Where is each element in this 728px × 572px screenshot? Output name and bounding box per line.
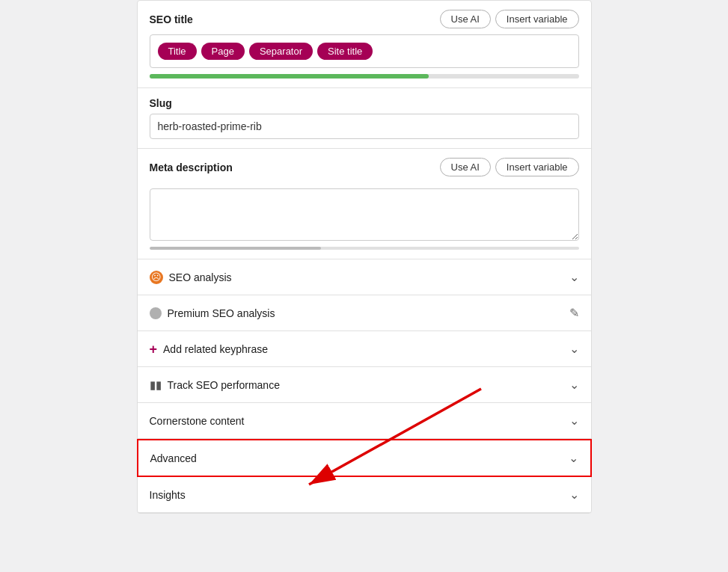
related-keyphrase-left: + Add related keyphrase xyxy=(150,342,269,356)
meta-description-actions: Use AI Insert variable xyxy=(440,158,579,176)
slug-section: Slug xyxy=(138,88,591,149)
advanced-chevron: ⌄ xyxy=(569,451,578,465)
use-ai-button[interactable]: Use AI xyxy=(440,10,491,28)
cornerstone-left: Cornerstone content xyxy=(150,415,245,427)
insights-left: Insights xyxy=(150,489,186,501)
seo-analysis-label: SEO analysis xyxy=(169,271,232,283)
meta-description-section: Meta description Use AI Insert variable xyxy=(138,149,591,259)
track-seo-chevron: ⌄ xyxy=(569,378,579,392)
seo-title-label: SEO title xyxy=(150,13,193,25)
advanced-left: Advanced xyxy=(150,452,197,464)
meta-description-header: Meta description Use AI Insert variable xyxy=(150,158,579,176)
insert-variable-button[interactable]: Insert variable xyxy=(495,10,579,28)
seo-title-actions: Use AI Insert variable xyxy=(440,10,579,28)
meta-scrollbar-thumb xyxy=(150,247,322,250)
seo-title-progress-bar xyxy=(150,74,579,79)
meta-insert-variable-button[interactable]: Insert variable xyxy=(495,158,579,176)
insights-row[interactable]: Insights ⌄ xyxy=(138,477,591,513)
meta-description-textarea[interactable] xyxy=(150,188,579,241)
token-title[interactable]: Title xyxy=(158,43,197,60)
premium-seo-label: Premium SEO analysis xyxy=(168,307,275,319)
slug-input[interactable] xyxy=(150,114,579,139)
seo-title-section: SEO title Use AI Insert variable Title P… xyxy=(138,1,591,88)
related-keyphrase-row[interactable]: + Add related keyphrase ⌄ xyxy=(138,331,591,367)
related-keyphrase-chevron: ⌄ xyxy=(569,342,579,356)
premium-seo-row[interactable]: Premium SEO analysis ✎ xyxy=(138,295,591,331)
seo-analysis-icon: ☹ xyxy=(150,271,163,284)
advanced-row[interactable]: Advanced ⌄ xyxy=(137,439,592,477)
seo-panel: SEO title Use AI Insert variable Title P… xyxy=(137,0,592,514)
insights-chevron: ⌄ xyxy=(569,488,579,502)
advanced-label: Advanced xyxy=(150,452,197,464)
insights-label: Insights xyxy=(150,489,186,501)
related-keyphrase-icon: + xyxy=(150,342,158,356)
seo-analysis-chevron: ⌄ xyxy=(569,270,579,284)
cornerstone-row[interactable]: Cornerstone content ⌄ xyxy=(138,403,591,439)
token-separator[interactable]: Separator xyxy=(249,43,313,60)
track-seo-row[interactable]: ▮▮ Track SEO performance ⌄ xyxy=(138,367,591,403)
premium-seo-left: Premium SEO analysis xyxy=(150,307,275,319)
track-seo-label: Track SEO performance xyxy=(168,379,280,391)
cornerstone-label: Cornerstone content xyxy=(150,415,245,427)
track-seo-icon: ▮▮ xyxy=(150,378,162,392)
premium-seo-edit-icon[interactable]: ✎ xyxy=(569,306,579,320)
seo-analysis-row[interactable]: ☹ SEO analysis ⌄ xyxy=(138,259,591,295)
seo-title-progress-fill xyxy=(150,74,429,79)
token-sitetitle[interactable]: Site title xyxy=(317,43,373,60)
slug-label: Slug xyxy=(150,97,579,109)
seo-title-header: SEO title Use AI Insert variable xyxy=(150,10,579,28)
meta-description-label: Meta description xyxy=(150,162,233,173)
cornerstone-chevron: ⌄ xyxy=(569,413,579,428)
related-keyphrase-label: Add related keyphrase xyxy=(163,343,268,355)
meta-scrollbar[interactable] xyxy=(150,247,579,250)
seo-analysis-left: ☹ SEO analysis xyxy=(150,271,232,284)
track-seo-left: ▮▮ Track SEO performance xyxy=(150,378,280,392)
token-page[interactable]: Page xyxy=(201,43,245,60)
seo-title-token-row[interactable]: Title Page Separator Site title xyxy=(150,34,579,68)
premium-seo-icon xyxy=(150,307,162,319)
meta-use-ai-button[interactable]: Use AI xyxy=(440,158,491,176)
